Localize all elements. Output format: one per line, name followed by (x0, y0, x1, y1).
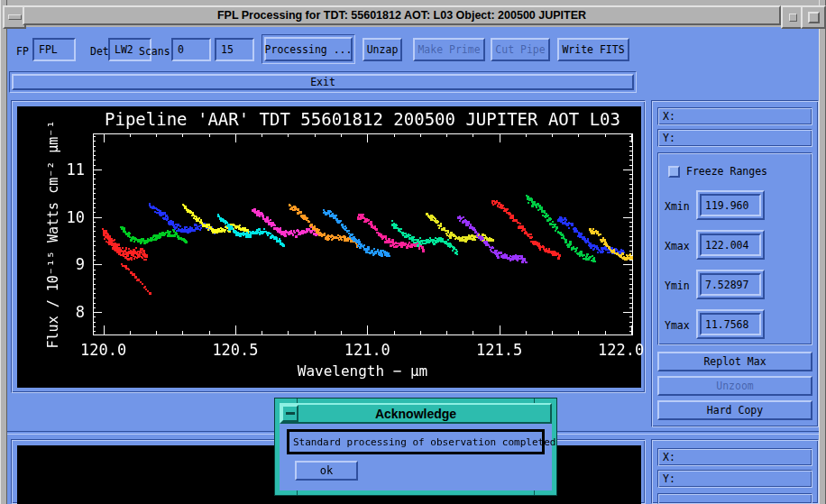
window-frame-right[interactable] (819, 0, 826, 504)
replot-max-button[interactable]: Replot Max (657, 352, 812, 371)
dialog-message-field[interactable]: Standard processing of observation compl… (287, 429, 545, 454)
x-tick-label: 120.0 (80, 341, 126, 359)
scans-label: Scans (139, 45, 170, 58)
scan-start-field[interactable]: 0 (171, 38, 211, 61)
scan-end-field[interactable]: 15 (215, 38, 254, 61)
y-tick-label: 11 (67, 160, 85, 179)
maximize-button[interactable] (801, 5, 826, 29)
bottom-x-readout: X: (657, 448, 812, 466)
exit-button[interactable]: Exit (12, 74, 634, 90)
ymin-label: Ymin (665, 279, 690, 292)
ymax-field[interactable]: 11.7568 (696, 309, 765, 339)
dialog-menu-button[interactable] (281, 405, 298, 422)
ymax-label: Ymax (665, 319, 690, 332)
xmax-value: 122.004 (700, 234, 761, 256)
bottom-y-readout: Y: (657, 470, 812, 488)
dialog-content: Standard processing of observation compl… (280, 424, 552, 490)
plot-title: Pipeline 'AAR' TDT 55601812 200500 JUPIT… (105, 109, 620, 129)
ymax-value: 11.7568 (700, 313, 761, 335)
unzap-button[interactable]: Unzap (363, 38, 402, 61)
x-tick-label: 120.5 (212, 341, 258, 359)
xmin-label: Xmin (665, 200, 690, 213)
plot-xlabel: Wavelength − µm (298, 362, 428, 380)
xmax-label: Xmax (665, 240, 690, 252)
dialog-frame-notch (297, 490, 298, 495)
xmin-field[interactable]: 119.960 (696, 190, 765, 220)
window-menu-icon (8, 14, 22, 20)
minimize-icon (789, 14, 797, 22)
y-tick-label: 10 (67, 208, 85, 226)
dialog-message-text: Standard processing of observation compl… (293, 436, 555, 448)
maximize-icon (808, 12, 820, 23)
xmax-field[interactable]: 122.004 (696, 230, 765, 260)
window-title-text: FPL Processing for TDT: 55601812 AOT: L0… (217, 9, 586, 22)
cut-pipe-button: Cut Pipe (491, 38, 550, 61)
processing-button-frame: Processing ... (262, 34, 355, 64)
fp-label: FP (16, 45, 29, 58)
hard-copy-button[interactable]: Hard Copy (657, 400, 812, 420)
fp-field[interactable]: FPL (32, 38, 76, 61)
processing-menu-button[interactable]: Processing ... (264, 37, 353, 61)
ok-button[interactable]: ok (295, 461, 358, 481)
acknowledge-dialog: Acknowledge Standard processing of obser… (275, 399, 556, 495)
dialog-menu-icon (286, 412, 295, 415)
ymin-field[interactable]: 7.52897 (696, 270, 765, 299)
bottom-ranges-group-frame (657, 493, 812, 504)
write-fits-button[interactable]: Write FITS (557, 38, 629, 61)
plot-ylabel: Flux / 10⁻¹⁵ Watts cm⁻² µm⁻¹ (45, 121, 61, 349)
make-prime-button: Make Prime (413, 38, 485, 61)
window-frame-left[interactable] (0, 0, 7, 504)
ymin-value: 7.52897 (700, 273, 761, 296)
fpl-processing-window: FPL Processing for TDT: 55601812 AOT: L0… (0, 0, 826, 504)
unzoom-button: Unzoom (657, 376, 812, 396)
x-tick-label: 122.0 (598, 341, 644, 359)
dialog-frame-notch (534, 490, 535, 495)
x-readout: X: (657, 107, 812, 125)
exit-button-frame: Exit (9, 71, 637, 93)
y-tick-label: 8 (76, 303, 85, 321)
window-title: FPL Processing for TDT: 55601812 AOT: L0… (23, 5, 781, 25)
xmin-value: 119.960 (700, 194, 761, 216)
freeze-ranges-checkbox[interactable]: Freeze Ranges (668, 165, 767, 178)
checkbox-indicator-icon (668, 166, 680, 178)
plot-area: Pipeline 'AAR' TDT 55601812 200500 JUPIT… (17, 106, 641, 388)
y-readout: Y: (657, 129, 812, 147)
dialog-titlebar: Acknowledge (280, 403, 552, 424)
det-label: Det (90, 45, 109, 58)
x-tick-label: 121.0 (344, 341, 390, 359)
y-tick-label: 9 (76, 255, 85, 273)
dialog-title-text: Acknowledge (375, 407, 456, 421)
x-tick-label: 121.5 (476, 341, 522, 359)
freeze-ranges-label: Freeze Ranges (686, 165, 767, 178)
